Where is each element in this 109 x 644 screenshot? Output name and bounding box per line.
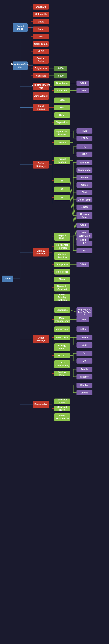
personalize-node[interactable]: Personalize	[33, 401, 49, 408]
shortcut2-node[interactable]: Shortcut Key2	[54, 406, 70, 411]
b-label: B	[61, 196, 63, 199]
menu-transparency-node[interactable]: Menu Transparency	[54, 316, 70, 323]
reset-personalize-node[interactable]: Reset Personalize	[54, 413, 70, 421]
input-color-format-label: Input Color Format	[55, 130, 69, 136]
brightness-contrast-node[interactable]: Brightness/Cont rast	[13, 62, 28, 70]
ar-54-node[interactable]: 5:4	[76, 248, 92, 253]
input-source-node[interactable]: Input Source	[33, 104, 49, 111]
pc-node[interactable]: PC	[76, 144, 92, 150]
b-node[interactable]: B	[54, 195, 70, 200]
r-node[interactable]: R	[54, 178, 70, 183]
movie-pm-node[interactable]: Movie	[76, 175, 92, 180]
ar-43-node[interactable]: 4:3	[76, 240, 92, 246]
reset-display-node[interactable]: Reset Display Settings	[54, 294, 70, 301]
rgb-label: RGB	[82, 130, 87, 132]
vertical-position-label: Vertical Position	[55, 253, 69, 258]
lang-options-label: Eng, Esp, Fra, Deu, Por, Rus, Cin	[77, 309, 91, 316]
multimedia-label: Multimedia	[35, 13, 47, 16]
shortcut1-node[interactable]: Shortcut Key1	[54, 398, 70, 404]
bc-node[interactable]: Brightness/Cont rast	[33, 83, 49, 90]
srgb-node[interactable]: sRGB	[33, 49, 49, 54]
auto-adjust-label: Auto Adjust	[34, 94, 48, 97]
text-label: Text	[39, 35, 43, 38]
brightness-0100-c: 0-100	[76, 80, 89, 86]
menu-timer-node[interactable]: Menu Timer	[54, 326, 70, 332]
srgb-pm-node[interactable]: sRGB	[76, 204, 92, 210]
brightness-inner-node[interactable]: Brightness	[54, 80, 70, 86]
diagram-container: Menu Preset Mode Brightness/Cont rast St…	[0, 0, 109, 644]
menu-timer-label: Menu Timer	[56, 328, 69, 330]
rgb-node[interactable]: RGB	[76, 128, 92, 134]
movie-label: Movie	[38, 20, 44, 23]
wide-169-node[interactable]: Wide 16:9	[76, 233, 92, 238]
color-settings-node[interactable]: Color Settings	[33, 161, 49, 168]
phase-node[interactable]: Phase	[54, 277, 70, 282]
input-color-format-node[interactable]: Input Color Format	[54, 129, 70, 137]
shortcut1-label: Shortcut Key1	[55, 398, 69, 404]
standard-node[interactable]: Standard	[33, 4, 49, 10]
color-temp-pm-label: Color Temp.	[78, 198, 91, 201]
lcd-disable-node[interactable]: Disable	[76, 383, 92, 388]
lcd-enable-node[interactable]: Enable	[76, 390, 92, 395]
custom-color-label: Custom Color	[34, 57, 48, 62]
input-source-label: Input Source	[34, 105, 48, 110]
brightness-node[interactable]: Brightness	[33, 66, 49, 71]
displayport-label: DisplayPort	[56, 121, 69, 124]
mac-node[interactable]: MAC	[76, 152, 92, 157]
language-node[interactable]: Language	[54, 307, 70, 313]
other-settings-node[interactable]: Other Settings	[33, 335, 49, 344]
factory-reset-label: Factory Reset	[55, 371, 69, 376]
ddc-enable-node[interactable]: Enable	[76, 367, 92, 372]
lock-node[interactable]: Lock	[76, 342, 92, 348]
multimedia-pm-node[interactable]: Multimedia	[76, 168, 92, 173]
ddcci-node[interactable]: DDC/CI	[54, 353, 70, 358]
svg-line-67	[70, 198, 76, 240]
game-pm-node[interactable]: Game	[76, 182, 92, 188]
custom-color-pm-node[interactable]: Custom Color	[76, 212, 92, 220]
preset-mode-node[interactable]: Preset Mode	[13, 23, 28, 32]
standard-pm-node[interactable]: Standard	[76, 160, 92, 165]
gamma-node[interactable]: Gamma	[54, 140, 70, 145]
menu-lock-node[interactable]: Menu Lock	[54, 335, 70, 340]
auto-adjust-node[interactable]: Auto Adjust	[33, 92, 49, 100]
contrast-0100-b-label: 0-100	[58, 74, 64, 77]
lang-options-node: Eng, Esp, Fra, Deu, Por, Rus, Cin	[76, 307, 92, 317]
unlock-node[interactable]: Unlock	[76, 335, 92, 340]
aspect-ratio-node[interactable]: Aspect Ratio	[54, 233, 70, 240]
custom-color-node[interactable]: Custom Color	[33, 56, 49, 64]
hdmi-node[interactable]: HDMI	[54, 112, 70, 118]
pixel-clock-node[interactable]: Pixel Clock	[54, 269, 70, 274]
preset-modes-node[interactable]: Preset Modes	[54, 157, 70, 164]
horizontal-position-node[interactable]: Horizontal Position	[54, 243, 70, 250]
energy-off-node[interactable]: Off	[76, 358, 92, 364]
ddc-disable-node[interactable]: Disable	[76, 374, 92, 380]
vertical-position-node[interactable]: Vertical Position	[54, 252, 70, 260]
sharpness-node[interactable]: Sharpness	[54, 262, 70, 267]
color-temp-pm-node[interactable]: Color Temp.	[76, 197, 92, 202]
display-settings-node[interactable]: Display Settings	[33, 248, 49, 256]
contrast-inner-node[interactable]: Contrast	[54, 88, 70, 93]
energy-smart-node[interactable]: Energy Smart	[54, 344, 70, 351]
multimedia-pm-label: Multimedia	[78, 169, 90, 172]
dynamic-contrast-node[interactable]: Dynamic Contrast	[54, 284, 70, 292]
g-node[interactable]: G	[54, 186, 70, 192]
game-node[interactable]: Game	[33, 26, 49, 32]
multimedia-node[interactable]: Multimedia	[33, 12, 49, 17]
text-node[interactable]: Text	[33, 34, 49, 39]
text-pm-node[interactable]: Text	[76, 190, 92, 195]
energy-on-node[interactable]: On	[76, 351, 92, 356]
displayport-node[interactable]: DisplayPort	[54, 120, 70, 125]
contrast-node[interactable]: Contrast	[33, 73, 49, 78]
r-0100-node: 0-100	[76, 222, 89, 228]
ypbpr-node[interactable]: YPbPr	[76, 136, 92, 141]
color-temp-node[interactable]: Color Temp.	[33, 41, 49, 47]
lcd-conditioning-node[interactable]: LCD Conditioning	[54, 360, 70, 368]
menu-node[interactable]: Menu	[2, 276, 13, 282]
factory-reset-node[interactable]: Factory Reset	[54, 371, 70, 376]
bc-node-label: Brightness/Cont rast	[32, 84, 50, 89]
contrast-label: Contrast	[36, 74, 46, 77]
movie-node[interactable]: Movie	[33, 19, 49, 24]
display-settings-label: Display Settings	[34, 250, 48, 255]
vga-node[interactable]: VGA	[54, 98, 70, 103]
dvi-node[interactable]: DVI	[54, 105, 70, 110]
